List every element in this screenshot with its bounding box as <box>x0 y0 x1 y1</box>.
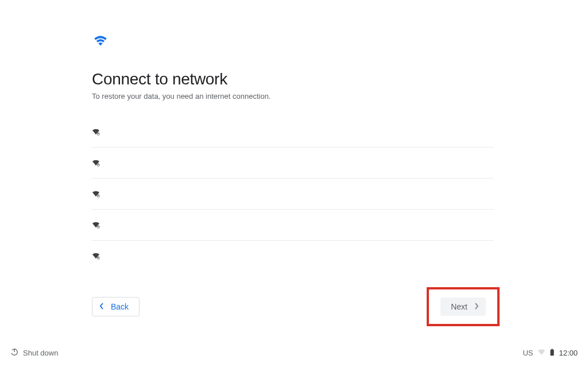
wifi-header-icon <box>92 33 494 49</box>
wifi-secure-icon <box>92 128 100 136</box>
wifi-status-icon <box>537 349 546 357</box>
network-list <box>92 117 494 272</box>
wifi-secure-icon <box>92 190 100 198</box>
chevron-right-icon <box>474 303 479 311</box>
shutdown-label: Shut down <box>23 349 58 357</box>
page-title: Connect to network <box>92 70 494 88</box>
setup-main-content: Connect to network To restore your data,… <box>92 33 494 272</box>
svg-rect-0 <box>98 133 99 134</box>
network-item[interactable] <box>92 117 494 148</box>
svg-rect-12 <box>552 349 554 349</box>
battery-icon <box>550 349 554 358</box>
wifi-secure-icon <box>92 252 100 260</box>
back-button[interactable]: Back <box>92 297 140 316</box>
nav-button-row: Back Next <box>92 287 500 326</box>
wifi-secure-icon <box>92 159 100 167</box>
chevron-left-icon <box>99 303 104 311</box>
highlight-annotation: Next <box>427 287 500 326</box>
ime-indicator: US <box>523 349 533 357</box>
wifi-add-icon <box>92 277 100 279</box>
next-button[interactable]: Next <box>440 298 486 316</box>
network-item[interactable] <box>92 210 494 241</box>
page-subtitle: To restore your data, you need an intern… <box>92 92 494 101</box>
wifi-secure-icon <box>92 221 100 229</box>
clock: 12:00 <box>559 349 578 357</box>
status-area[interactable]: US 12:00 <box>523 349 578 358</box>
partial-row-clip <box>92 270 494 278</box>
back-button-label: Back <box>111 302 129 311</box>
shutdown-button[interactable]: Shut down <box>10 348 58 358</box>
network-item[interactable] <box>92 148 494 179</box>
network-item[interactable] <box>92 179 494 210</box>
next-button-label: Next <box>451 302 467 311</box>
system-tray: Shut down US 12:00 <box>0 348 588 358</box>
network-item[interactable] <box>92 241 494 272</box>
power-icon <box>10 348 18 358</box>
add-network-item[interactable] <box>92 270 494 278</box>
svg-rect-13 <box>551 349 554 356</box>
